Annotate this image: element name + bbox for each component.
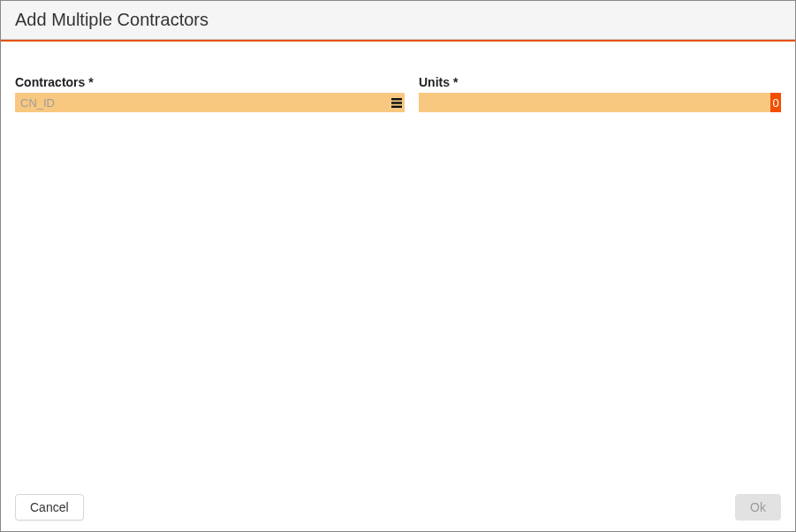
units-input-row: 0 xyxy=(419,93,781,112)
svg-rect-1 xyxy=(391,102,402,103)
dialog-header: Add Multiple Contractors xyxy=(1,1,795,40)
dialog-title: Add Multiple Contractors xyxy=(15,10,781,30)
contractors-label: Contractors * xyxy=(15,75,405,89)
dialog-footer: Cancel Ok xyxy=(1,483,795,531)
units-field-group: Units * 0 xyxy=(419,75,781,112)
svg-rect-2 xyxy=(391,105,402,107)
dialog-content: Contractors * Units * 0 xyxy=(1,42,795,483)
units-input[interactable]: 0 xyxy=(419,93,781,112)
cancel-button[interactable]: Cancel xyxy=(15,494,84,521)
units-value: 0 xyxy=(770,93,781,112)
contractors-field-group: Contractors * xyxy=(15,75,405,112)
units-label: Units * xyxy=(419,75,781,89)
svg-rect-0 xyxy=(391,98,402,100)
contractors-input[interactable] xyxy=(15,93,389,112)
ok-button[interactable]: Ok xyxy=(735,494,781,521)
menu-icon[interactable] xyxy=(389,93,405,112)
contractors-input-row xyxy=(15,93,405,112)
